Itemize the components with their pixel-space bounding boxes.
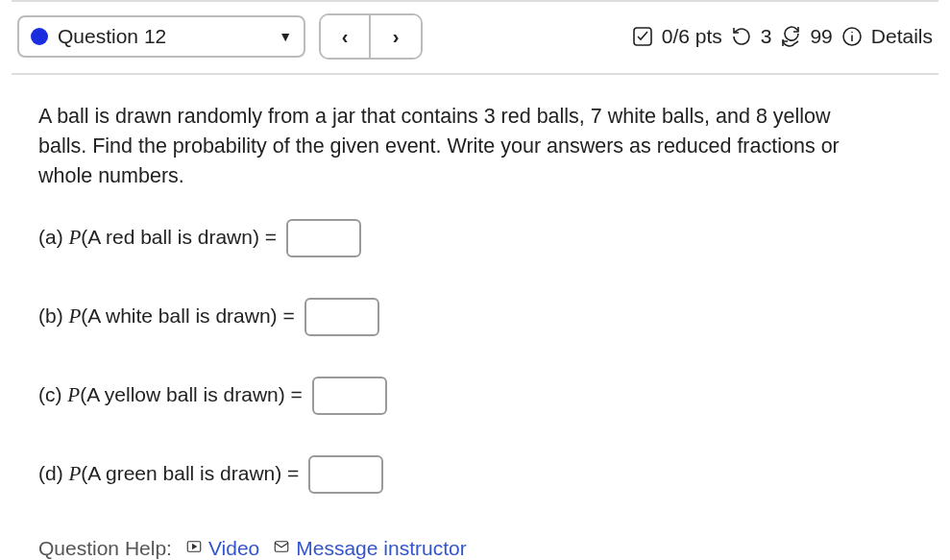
- question-nav: ‹ ›: [319, 13, 423, 60]
- info-icon: [840, 25, 864, 48]
- attempts-total: 99: [810, 25, 832, 48]
- question-meta: 0/6 pts 3 99 Details: [631, 25, 933, 48]
- part-b-label: (b) P(A white ball is drawn) =: [38, 302, 295, 330]
- score-status-icon: [631, 25, 654, 48]
- score-text: 0/6 pts: [662, 25, 722, 48]
- help-message-text: Message instructor: [296, 534, 466, 560]
- help-label: Question Help:: [38, 534, 172, 560]
- part-d-label: (d) P(A green ball is drawn) =: [38, 459, 299, 488]
- next-question-button[interactable]: ›: [371, 15, 421, 58]
- question-prompt: A ball is drawn randomly from a jar that…: [38, 102, 884, 192]
- part-a-label: (a) P(A red ball is drawn) =: [38, 223, 277, 252]
- svg-rect-5: [276, 541, 289, 551]
- help-message-link[interactable]: Message instructor: [273, 534, 466, 560]
- mail-icon: [273, 534, 290, 560]
- svg-point-3: [851, 32, 853, 34]
- prev-question-button[interactable]: ‹: [321, 15, 371, 58]
- question-select[interactable]: Question 12 ▼: [17, 15, 305, 58]
- part-d-input[interactable]: [308, 455, 383, 494]
- caret-down-icon: ▼: [279, 29, 292, 44]
- attempts-total-icon: [779, 25, 802, 48]
- part-c-input[interactable]: [312, 377, 387, 415]
- part-b-input[interactable]: [304, 298, 379, 336]
- details-link[interactable]: Details: [871, 25, 933, 48]
- question-help: Question Help: Video Message instructor: [38, 534, 912, 560]
- video-icon: [185, 534, 203, 560]
- help-video-link[interactable]: Video: [185, 534, 259, 560]
- status-dot-icon: [31, 28, 48, 45]
- part-c: (c) P(A yellow ball is drawn) =: [38, 377, 912, 415]
- part-a-input[interactable]: [286, 219, 361, 257]
- help-video-text: Video: [208, 534, 259, 560]
- retry-icon: [730, 25, 753, 48]
- question-title: Question 12: [58, 25, 166, 48]
- part-c-label: (c) P(A yellow ball is drawn) =: [38, 380, 303, 409]
- part-d: (d) P(A green ball is drawn) =: [38, 455, 912, 494]
- part-a: (a) P(A red ball is drawn) =: [38, 219, 912, 257]
- part-b: (b) P(A white ball is drawn) =: [38, 298, 912, 336]
- question-header: Question 12 ▼ ‹ › 0/6 pts 3 99 Detail: [12, 0, 938, 75]
- attempts-used: 3: [761, 25, 772, 48]
